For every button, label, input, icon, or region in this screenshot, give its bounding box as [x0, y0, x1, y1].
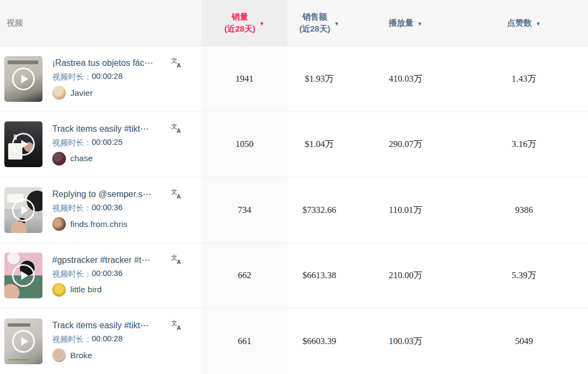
column-label-video: 视频	[7, 18, 23, 28]
duration-value: 00:00:25	[92, 138, 122, 148]
author-link[interactable]: chase	[52, 152, 181, 165]
video-cell: #gpstracker #tracker #t⋯ 文 A 视频时长： 00:00…	[0, 243, 201, 309]
play-icon	[12, 68, 35, 90]
sort-desc-icon[interactable]: ▼	[259, 21, 265, 27]
table-row: Track items easily #tikt⋯ 文 A 视频时长： 00:0…	[0, 112, 588, 178]
table-row: ¡Rastrea tus objetos fác⋯ 文 A 视频时长： 00:0…	[0, 46, 588, 112]
sort-icon[interactable]: ▼	[417, 21, 422, 27]
revenue-value: $6603.39	[287, 309, 351, 374]
play-icon	[12, 264, 35, 287]
table-row: Replying to @semper.s⋯ 文 A 视频时长： 00:00:3…	[0, 177, 588, 243]
play-icon	[12, 330, 35, 353]
likes-value: 3.16万	[460, 112, 588, 177]
sales-value: 1050	[201, 112, 287, 177]
play-icon	[12, 133, 35, 156]
sales-value: 662	[201, 243, 287, 309]
column-label-likes: 点赞数	[507, 18, 532, 28]
duration-label: 视频时长：	[52, 334, 92, 345]
video-cell: Track items easily #tikt⋯ 文 A 视频时长： 00:0…	[0, 112, 201, 177]
translate-icon[interactable]: 文 A	[171, 58, 181, 68]
sales-value: 661	[201, 309, 287, 374]
avatar	[52, 152, 66, 165]
plays-value: 290.07万	[351, 112, 460, 177]
revenue-value: $7332.66	[287, 177, 351, 243]
avatar	[52, 217, 66, 231]
plays-value: 210.00万	[351, 243, 460, 309]
author-name: finds.from.chris	[70, 219, 127, 229]
video-thumbnail[interactable]	[4, 121, 42, 167]
video-title[interactable]: ¡Rastrea tus objetos fác⋯	[52, 58, 153, 68]
author-name: little bird	[70, 285, 102, 295]
duration-label: 视频时长：	[52, 138, 92, 148]
table-header-row: 视频 销量 (近28天) ▼ 销售额 (近28天) ▼ 播放量 ▼ 点赞数 ▼	[0, 0, 588, 46]
video-cell: Track items easily #tikt⋯ 文 A 视频时长： 00:0…	[0, 309, 201, 374]
author-name: Broke	[70, 351, 93, 360]
likes-value: 5.39万	[460, 243, 588, 309]
column-header-sales[interactable]: 销量 (近28天) ▼	[201, 0, 287, 46]
likes-value: 1.43万	[460, 46, 588, 112]
revenue-value: $1.93万	[287, 46, 351, 112]
video-title[interactable]: Track items easily #tikt⋯	[52, 320, 149, 330]
video-title[interactable]: Track items easily #tikt⋯	[52, 124, 149, 134]
video-cell: ¡Rastrea tus objetos fác⋯ 文 A 视频时长： 00:0…	[0, 46, 201, 112]
translate-icon[interactable]: 文 A	[171, 124, 181, 133]
avatar	[52, 86, 66, 100]
column-label-revenue: 销售额	[303, 11, 327, 23]
likes-value: 9386	[460, 177, 588, 243]
author-link[interactable]: Javier	[52, 86, 181, 100]
video-cell: Replying to @semper.s⋯ 文 A 视频时长： 00:00:3…	[0, 177, 201, 243]
column-sublabel-sales: (近28天)	[224, 23, 255, 35]
translate-icon[interactable]: 文 A	[171, 321, 181, 330]
plays-value: 110.01万	[351, 177, 460, 243]
video-title[interactable]: #gpstracker #tracker #t⋯	[52, 255, 150, 265]
translate-icon[interactable]: 文 A	[171, 189, 181, 199]
duration-label: 视频时长：	[52, 269, 92, 279]
sales-value: 734	[201, 177, 287, 243]
avatar	[52, 283, 66, 297]
duration-value: 00:00:36	[92, 203, 122, 213]
duration-value: 00:00:28	[92, 72, 122, 82]
table-row: #gpstracker #tracker #t⋯ 文 A 视频时长： 00:00…	[0, 243, 588, 309]
duration-value: 00:00:28	[92, 334, 122, 345]
author-name: chase	[70, 154, 93, 163]
table-row: Track items easily #tikt⋯ 文 A 视频时长： 00:0…	[0, 309, 588, 374]
duration-value: 00:00:36	[92, 269, 122, 279]
plays-value: 100.03万	[351, 309, 460, 374]
revenue-value: $6613.38	[287, 243, 351, 309]
author-link[interactable]: finds.from.chris	[52, 217, 181, 231]
column-label-sales: 销量	[232, 11, 248, 23]
column-header-likes[interactable]: 点赞数 ▼	[460, 0, 588, 46]
author-link[interactable]: Broke	[52, 348, 181, 362]
author-link[interactable]: little bird	[52, 283, 181, 297]
avatar	[52, 348, 66, 362]
video-thumbnail[interactable]	[4, 253, 42, 298]
column-header-revenue[interactable]: 销售额 (近28天) ▼	[287, 0, 351, 46]
video-analytics-table: 视频 销量 (近28天) ▼ 销售额 (近28天) ▼ 播放量 ▼ 点赞数 ▼	[0, 0, 588, 374]
video-title[interactable]: Replying to @semper.s⋯	[52, 189, 151, 199]
column-sublabel-revenue: (近28天)	[299, 23, 330, 35]
duration-label: 视频时长：	[52, 203, 92, 213]
video-thumbnail[interactable]	[4, 318, 42, 364]
sales-value: 1941	[201, 46, 287, 112]
table-body: ¡Rastrea tus objetos fác⋯ 文 A 视频时长： 00:0…	[0, 46, 588, 374]
plays-value: 410.03万	[351, 46, 460, 112]
column-header-plays[interactable]: 播放量 ▼	[351, 0, 460, 46]
sort-icon[interactable]: ▼	[536, 21, 541, 27]
revenue-value: $1.04万	[287, 112, 351, 177]
author-name: Javier	[70, 88, 93, 98]
video-thumbnail[interactable]	[4, 187, 42, 233]
play-icon	[12, 199, 35, 222]
video-thumbnail[interactable]	[4, 56, 42, 102]
sort-icon[interactable]: ▼	[334, 21, 339, 27]
likes-value: 5049	[460, 309, 588, 374]
translate-icon[interactable]: 文 A	[171, 255, 181, 265]
column-label-plays: 播放量	[389, 18, 413, 28]
duration-label: 视频时长：	[52, 72, 92, 82]
column-header-video: 视频	[0, 0, 201, 46]
